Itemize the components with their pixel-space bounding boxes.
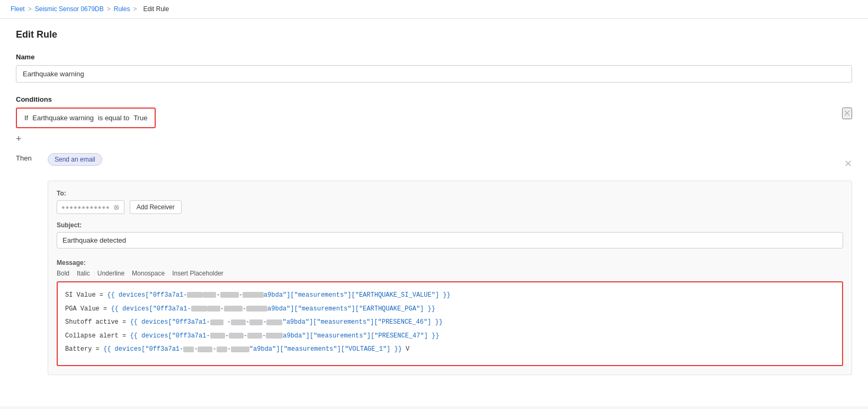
condition-value: True (133, 114, 147, 122)
message-label: Message: (57, 259, 843, 266)
then-section: Then Send an email ✕ To: ●●●●●●●●●●●● ⊗ … (16, 153, 852, 375)
message-line-1: SI Value = {{ devices["0ff3a7a1- - - a9b… (65, 290, 835, 301)
remove-receiver-icon[interactable]: ⊗ (113, 203, 120, 211)
add-condition-button[interactable]: + (16, 134, 852, 145)
bold-button[interactable]: Bold (57, 270, 69, 277)
to-row: ●●●●●●●●●●●● ⊗ Add Receiver (57, 200, 843, 214)
receiver-email: ●●●●●●●●●●●● (61, 204, 110, 210)
add-receiver-button[interactable]: Add Receiver (130, 200, 182, 214)
remove-condition-button[interactable]: ✕ (842, 108, 852, 119)
message-line-5: Battery = {{ devices["0ff3a7a1- - - - "a… (65, 344, 835, 355)
breadcrumb-rules[interactable]: Rules (114, 5, 130, 13)
breadcrumb-current: Edit Rule (143, 5, 169, 13)
breadcrumb-sensor[interactable]: Seismic Sensor 0679DB (35, 5, 104, 13)
message-box[interactable]: SI Value = {{ devices["0ff3a7a1- - - a9b… (57, 281, 843, 366)
page-title: Edit Rule (16, 29, 852, 40)
conditions-label: Conditions (16, 95, 852, 103)
condition-row-wrapper: If Earthquake warning is equal to True ✕ (16, 108, 852, 134)
message-toolbar: Bold Italic Underline Monospace Insert P… (57, 270, 843, 277)
to-label: To: (57, 190, 843, 197)
monospace-button[interactable]: Monospace (132, 270, 165, 277)
message-line-4: Collapse alert = {{ devices["0ff3a7a1- -… (65, 331, 835, 342)
condition-row: If Earthquake warning is equal to True (16, 108, 156, 128)
underline-button[interactable]: Underline (97, 270, 124, 277)
condition-if: If (24, 114, 28, 122)
action-badge: Send an email (48, 153, 102, 166)
message-section: Message: Bold Italic Underline Monospace… (57, 259, 843, 366)
then-content: Send an email ✕ To: ●●●●●●●●●●●● ⊗ Add R… (48, 153, 852, 375)
condition-operator: is equal to (98, 114, 129, 122)
email-form: To: ●●●●●●●●●●●● ⊗ Add Receiver Subject:… (48, 181, 852, 375)
condition-name: Earthquake warning (32, 114, 94, 122)
name-input[interactable] (16, 65, 852, 83)
breadcrumb: Fleet > Seismic Sensor 0679DB > Rules > … (0, 0, 868, 19)
breadcrumb-fleet[interactable]: Fleet (11, 5, 25, 13)
name-label: Name (16, 53, 852, 61)
italic-button[interactable]: Italic (77, 270, 90, 277)
page-container: Edit Rule Name Conditions If Earthquake … (0, 19, 868, 406)
conditions-section: Conditions If Earthquake warning is equa… (16, 95, 852, 145)
subject-label: Subject: (57, 221, 843, 229)
subject-input[interactable] (57, 232, 843, 248)
receiver-tag: ●●●●●●●●●●●● ⊗ (57, 200, 124, 214)
remove-action-button[interactable]: ✕ (844, 158, 852, 170)
insert-placeholder-button[interactable]: Insert Placeholder (172, 270, 223, 277)
message-line-3: Shutoff active = {{ devices["0ff3a7a1- -… (65, 317, 835, 328)
then-label: Then (16, 153, 37, 162)
message-line-2: PGA Value = {{ devices["0ff3a7a1- - - a9… (65, 304, 835, 315)
